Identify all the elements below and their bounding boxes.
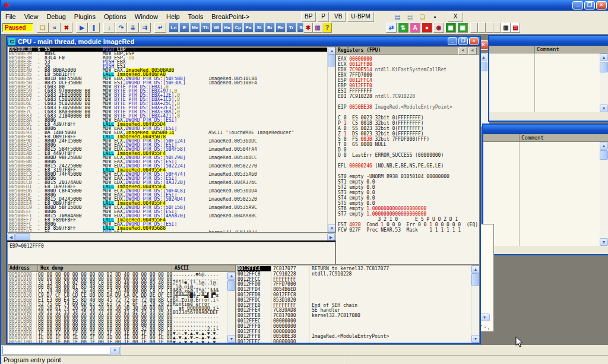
register-line[interactable]: ST3 empty 0.0: [338, 190, 478, 195]
disasm-row[interactable]: 0050BEC3.8B0D 74F45000MOV ECX,DWORD PTR …: [9, 172, 327, 176]
close-button[interactable]: ×: [469, 37, 479, 45]
analyze-icon[interactable]: ▦: [445, 23, 456, 33]
swap-icon[interactable]: ⇄: [386, 23, 397, 33]
prev-registers-button[interactable]: <: [458, 48, 467, 55]
menu-item-view[interactable]: View: [20, 12, 43, 21]
window-button-br[interactable]: Br: [265, 23, 275, 33]
panel-layout-icon[interactable]: ▥: [501, 23, 511, 33]
disasm-row[interactable]: 0050BEC9.8B06MOV EAX,DWORD PTR DS:[ESI]: [9, 176, 327, 181]
appearance-button[interactable]: ▥: [313, 23, 322, 33]
restore-button[interactable]: ❐: [458, 37, 468, 45]
window-button-pa[interactable]: Pa: [243, 23, 254, 33]
stack-row[interactable]: 0012FFF400000000: [238, 329, 470, 334]
disasm-row[interactable]: 0050BE40.B8 B0BA5000MOV EAX,ImageRed.005…: [9, 68, 327, 72]
stack-row[interactable]: 0012FFE87C817080kernel32.7C817080: [238, 313, 470, 318]
side-window-top-client[interactable]: [489, 53, 600, 112]
register-line[interactable]: EDI 7C910228 ntdll.7C910228: [338, 94, 478, 99]
side-window-top-scrollbar[interactable]: ▲ ▼: [600, 53, 608, 112]
comment-column-header[interactable]: Comment: [519, 134, 544, 142]
disassembly-hscrollbar[interactable]: ◀ ▶: [7, 233, 335, 240]
menu-button-u-bpm[interactable]: U-BPM: [347, 12, 373, 22]
restart-button[interactable]: «: [49, 23, 61, 33]
register-line[interactable]: FCW 027F Prec NEAR,53 Mask 1 1 1 1 1 1: [338, 227, 478, 233]
disasm-row[interactable]: 0050BED1.E8 1E97F8FFCALL ImageRed.004955…: [9, 185, 327, 189]
menu-item-window[interactable]: Window: [131, 12, 162, 21]
spare-button[interactable]: [470, 23, 478, 33]
disasm-row[interactable]: 0050BE9D.8B0D 24F15000MOV ECX,DWORD PTR …: [9, 139, 327, 143]
disasm-row[interactable]: 0050BEBE.E8 3197F8FFCALL ImageRed.004955…: [9, 168, 327, 172]
stack-pane[interactable]: 0012FFC47C817077RETURN to kernel32.7C817…: [236, 265, 480, 343]
side-window-bottom-client[interactable]: [483, 142, 600, 246]
animate-into-button[interactable]: ⇊: [127, 23, 139, 33]
folder-icon[interactable]: ❏: [417, 12, 428, 22]
dump-row[interactable]: 0050C1001F 00 1E 00 1F 00 1F 00 1E 00 1F…: [9, 340, 227, 344]
register-line[interactable]: EBP 0012FFF0: [338, 83, 478, 88]
notes-icon[interactable]: ▤: [392, 12, 403, 22]
disassembly-vscrollbar[interactable]: ▲ ▼: [327, 47, 335, 232]
register-line[interactable]: O 0 LastErr ERROR_SUCCESS (00000000): [338, 153, 478, 158]
disasm-row[interactable]: 0050BEA3.8B06MOV EAX,DWORD PTR DS:[ESI]: [9, 143, 327, 147]
menu-button-vb[interactable]: VB: [331, 12, 346, 22]
window-icon[interactable]: ▣: [457, 23, 468, 33]
disasm-row[interactable]: 0050BE45.E8 56B1EFFFCALL ImageRed.00406F…: [9, 72, 327, 77]
window-button-wi[interactable]: Wi: [211, 23, 221, 33]
minimize-button[interactable]: _: [448, 37, 457, 45]
close-button[interactable]: ×: [596, 1, 607, 10]
disasm-row[interactable]: 0050BEDE.8B15 D4245000MOV EDX,DWORD PTR …: [9, 197, 327, 201]
disasm-row[interactable]: 0050BEDC.8B06MOV EAX,DWORD PTR DS:[ESI]: [9, 193, 327, 197]
register-line[interactable]: C 0 ES 0023 32bit 0(FFFFFFFF): [338, 115, 478, 121]
disasm-row[interactable]: 0050BEE4.E8 0B97F8FFCALL ImageRed.004955…: [9, 201, 327, 205]
disasm-row[interactable]: 0050BE93.BA 14BF5000MOV EDX,ImageRed.005…: [9, 131, 327, 135]
registers-pane[interactable]: Registers (FPU) < < EAX 00000000ECX 0012…: [335, 46, 480, 265]
register-line[interactable]: EBX 7FFD7000: [338, 72, 478, 78]
dump-header-ascii[interactable]: ASCII: [172, 265, 189, 271]
register-line[interactable]: ESI FFFFFFFF: [338, 88, 478, 94]
window-button-st[interactable]: St: [254, 23, 264, 33]
dump-header-address[interactable]: Address: [10, 265, 30, 271]
disasm-row[interactable]: 0050BE39.8BECMOV EBP,ESP: [9, 52, 327, 56]
disasm-row[interactable]: 0050BEB0.8B0D 98F25000MOV ECX,DWORD PTR …: [9, 156, 327, 160]
open-button[interactable]: ❏: [37, 23, 49, 33]
side-window-bottom-scrollbar[interactable]: ▲ ▼: [600, 142, 608, 246]
register-line[interactable]: [338, 158, 478, 163]
window-button-ha[interactable]: Ha: [222, 23, 232, 33]
register-line[interactable]: ST7 empty 1.0000000000000000000: [338, 211, 478, 217]
stack-row[interactable]: 0012FFD80012FFC8: [238, 292, 470, 297]
window-button-e[interactable]: E: [179, 23, 189, 33]
register-line[interactable]: A 0 SS 0023 32bit 0(FFFFFFFF): [338, 126, 478, 131]
stack-row[interactable]: 0012FFCCFFFFFFFF: [238, 277, 470, 282]
disasm-row[interactable]: 0050BEAB.E8 4497F8FFCALL ImageRed.004955…: [9, 151, 327, 156]
disasm-row[interactable]: 0050BEB8.8B15 24225000MOV EDX,DWORD PTR …: [9, 164, 327, 168]
disasm-row[interactable]: 0050BE59.C683 97000000 00MOV BYTE PTR DS…: [9, 89, 327, 93]
dropdown-arrow-icon[interactable]: ▼: [110, 347, 120, 354]
disasm-row[interactable]: 0050BE3F.56PUSH ESI: [9, 64, 327, 68]
register-line[interactable]: ECX 0012FFB0: [338, 62, 478, 67]
window-button-th[interactable]: Th: [201, 23, 211, 33]
stack-row[interactable]: 0012FFE0FFFFFFFFEnd of SEH chain: [238, 303, 470, 308]
spare-button[interactable]: [478, 23, 486, 33]
minimize-button[interactable]: _: [572, 1, 583, 10]
restore-button[interactable]: ❐: [584, 1, 595, 10]
disasm-row[interactable]: 0050BE4A.8B1D 88F55000MOV EBX,DWORD PTR …: [9, 77, 327, 81]
register-line[interactable]: EFL 00000246 (NO,NB,E,BE,NS,PE,GE,LE): [338, 163, 478, 169]
register-line[interactable]: P 1 CS 001B 32bit 0(FFFFFFFF): [338, 121, 478, 126]
stack-row[interactable]: 0012FFC87C910228ntdll.7C910228: [238, 271, 470, 277]
stack-row[interactable]: 0012FFEC00000000: [238, 318, 470, 324]
titlebar[interactable]: ✱ _ ❐ ×: [1, 0, 608, 11]
side-window-top[interactable]: _ □ × Comment ▲ ▼: [488, 35, 608, 122]
register-line[interactable]: ST0 empty -UNORM B938 01050104 00000000: [338, 174, 478, 179]
disassembly-pane[interactable]: 0050BE38$55PUSH EBP0050BE39.8BECMOV EBP,…: [7, 46, 335, 233]
disasm-row[interactable]: 0050BE3B.83C4 F0ADD ESP,-10: [9, 56, 327, 60]
dump-vscrollbar[interactable]: ▲ ▼: [227, 272, 235, 343]
disasm-row[interactable]: 0050BEA5.8B15 584F5000MOV EDX,DWORD PTR …: [9, 147, 327, 151]
register-line[interactable]: ESP 0012FFC4: [338, 78, 478, 83]
disasm-row[interactable]: 0050BEEF.8B06MOV EAX,DWORD PTR DS:[ESI]: [9, 210, 327, 214]
disasm-row[interactable]: 0050BEF1.8B15 70A84A00MOV EDX,DWORD PTR …: [9, 214, 327, 218]
register-line[interactable]: 3 2 1 0 E S P U O Z D I: [338, 217, 478, 222]
stack-row[interactable]: 0012FFC47C817077RETURN to kernel32.7C817…: [238, 266, 470, 271]
register-line[interactable]: ST2 empty 0.0: [338, 185, 478, 190]
register-line[interactable]: [338, 110, 478, 115]
disasm-row[interactable]: 0050BEFE.E8 8597F8FFCALL ImageRed.004956…: [9, 226, 327, 230]
disasm-row[interactable]: 0050BE75.C683 F3020000 00MOV BYTE PTR DS…: [9, 106, 327, 110]
disasm-row[interactable]: 0050BE83.C683 21040000 00MOV BYTE PTR DS…: [9, 114, 327, 118]
